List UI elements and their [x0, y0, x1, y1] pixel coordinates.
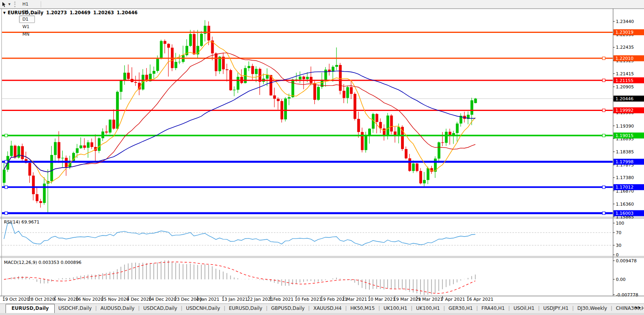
line-handle[interactable] — [5, 160, 8, 163]
candle-body — [284, 99, 287, 120]
tab-scroll-arrows: ◄► — [634, 305, 643, 309]
candle-body — [21, 146, 24, 159]
tab-xauusd-h4[interactable]: XAUUSD,H4 — [310, 304, 345, 313]
candle-body — [10, 146, 13, 156]
line-handle[interactable] — [602, 134, 605, 137]
candle-body — [127, 73, 130, 79]
svg-text:19 Oct 2020: 19 Oct 2020 — [2, 297, 29, 302]
candle-body — [357, 119, 360, 132]
candle-body — [189, 34, 192, 46]
svg-text:6 Nov 2020: 6 Nov 2020 — [54, 297, 78, 302]
tab-audusd-daily[interactable]: AUDUSD,Daily — [97, 304, 138, 313]
line-handle[interactable] — [5, 212, 8, 215]
ohlc-low: 1.20263 — [93, 10, 114, 15]
svg-text:4 Dec 2020: 4 Dec 2020 — [126, 297, 151, 302]
line-handle[interactable] — [5, 186, 8, 189]
candle-body — [291, 79, 294, 97]
tab-scroll-right-icon[interactable]: ► — [638, 305, 643, 309]
candle-body — [335, 65, 338, 67]
svg-text:1.17380: 1.17380 — [616, 175, 634, 180]
candle-body — [123, 73, 126, 80]
mt4-window: ▼ M1M5M15M30H1H4D1W1MN 1.234401.229301.2… — [0, 0, 644, 315]
timeframe-button-h4[interactable]: H4 — [19, 8, 35, 15]
candle-body — [375, 114, 378, 122]
candle-body — [167, 44, 170, 48]
svg-text:-0.007778: -0.007778 — [616, 292, 638, 298]
svg-text:7 Apr 2021: 7 Apr 2021 — [441, 297, 465, 302]
tab-uk100-h1[interactable]: UK100,H1 — [380, 304, 411, 313]
candle-body — [346, 87, 349, 98]
candle-body — [342, 91, 345, 98]
timeframe-button-h1[interactable]: H1 — [19, 0, 35, 8]
candle-body — [405, 149, 407, 158]
candle-body — [83, 145, 86, 148]
candle-body — [408, 158, 411, 171]
tab-usdcnh-daily[interactable]: USDCNH,Daily — [182, 304, 224, 313]
tab-hk50-m15[interactable]: HK50,M15 — [347, 304, 378, 313]
candle-body — [215, 53, 218, 71]
svg-text:10 Feb 2021: 10 Feb 2021 — [295, 297, 322, 302]
candle-body — [383, 128, 386, 136]
candle-body — [87, 142, 90, 148]
svg-text:1.16003: 1.16003 — [615, 211, 634, 216]
svg-text:25 Nov 2020: 25 Nov 2020 — [101, 297, 129, 302]
chevron-down-icon: ▼ — [8, 3, 10, 6]
pointer-tool-button[interactable]: ▼ — [0, 0, 12, 8]
candle-body — [470, 100, 473, 115]
line-handle[interactable] — [602, 57, 605, 60]
line-handle[interactable] — [602, 79, 605, 82]
candle-body — [193, 34, 195, 54]
tab-uk100-h1[interactable]: UK100,H1 — [413, 304, 443, 313]
macd-indicator-label: MACD(12,26,9) 0.003353 0.000896 — [4, 260, 82, 265]
line-handle[interactable] — [5, 134, 8, 137]
horizontal-level-lines — [2, 32, 613, 214]
tab-eurusd-daily[interactable]: EURUSD,Daily — [6, 304, 55, 313]
tab-dj30-weekly[interactable]: DJ30,Weekly — [574, 304, 611, 313]
line-handle[interactable] — [602, 186, 605, 189]
candle-body — [324, 70, 327, 80]
tab-usdchf-daily[interactable]: USDCHF,Daily — [55, 304, 95, 313]
candle-body — [251, 66, 254, 74]
candle-body — [3, 170, 6, 183]
candle-body — [61, 158, 64, 158]
tab-eurusd-daily[interactable]: EURUSD,Daily — [225, 304, 266, 313]
candle-body — [390, 116, 393, 132]
timeframe-button-w1[interactable]: W1 — [19, 23, 35, 31]
candle-body — [248, 66, 250, 68]
svg-text:10 Mar 2021: 10 Mar 2021 — [368, 297, 396, 302]
candle-body — [98, 138, 101, 151]
tab-gbpusd-daily[interactable]: GBPUSD,Daily — [268, 304, 308, 313]
tab-usdjpy-h1[interactable]: USDJPY,H1 — [540, 304, 572, 313]
svg-text:13 Jan 2021: 13 Jan 2021 — [222, 297, 248, 302]
candle-body — [72, 153, 75, 161]
tab-usoil-h1[interactable]: USOil,H1 — [510, 304, 538, 313]
line-handle[interactable] — [602, 212, 605, 215]
ohlc-high: 1.20469 — [70, 10, 90, 15]
tab-usdcad-daily[interactable]: USDCAD,Daily — [140, 304, 181, 313]
candle-body — [90, 142, 93, 147]
svg-text:1.16360: 1.16360 — [616, 202, 634, 207]
candle-body — [200, 34, 203, 46]
svg-text:1.18385: 1.18385 — [616, 149, 634, 155]
candle-body — [153, 71, 155, 74]
tab-scroll-left-icon[interactable]: ◄ — [634, 305, 638, 309]
svg-text:1.23019: 1.23019 — [615, 30, 634, 35]
candle-body — [313, 83, 316, 100]
svg-text:0: 0 — [616, 252, 619, 258]
svg-text:0.009478: 0.009478 — [616, 258, 637, 263]
timeframe-button-mn[interactable]: MN — [19, 31, 35, 38]
svg-text:30: 30 — [616, 243, 621, 248]
svg-text:1.19015: 1.19015 — [615, 133, 634, 138]
chart-canvas[interactable]: 1.234401.229301.224351.219251.214151.209… — [0, 0, 644, 304]
symbol-dropdown-icon[interactable]: ▼ — [3, 11, 6, 15]
svg-text:28 Oct 2020: 28 Oct 2020 — [28, 297, 55, 302]
tab-fra40-h1[interactable]: FRA40,H1 — [478, 304, 508, 313]
timeframe-buttons: M1M5M15M30H1H4D1W1MN — [19, 0, 35, 38]
candle-body — [218, 57, 221, 71]
tab-ger30-h1[interactable]: GER30,H1 — [445, 304, 476, 313]
timeframe-button-d1[interactable]: D1 — [19, 15, 35, 23]
candlesticks — [3, 20, 477, 213]
toolbar-grip[interactable] — [14, 2, 15, 7]
line-handle[interactable] — [602, 109, 605, 112]
svg-text:0.00: 0.00 — [616, 277, 626, 282]
